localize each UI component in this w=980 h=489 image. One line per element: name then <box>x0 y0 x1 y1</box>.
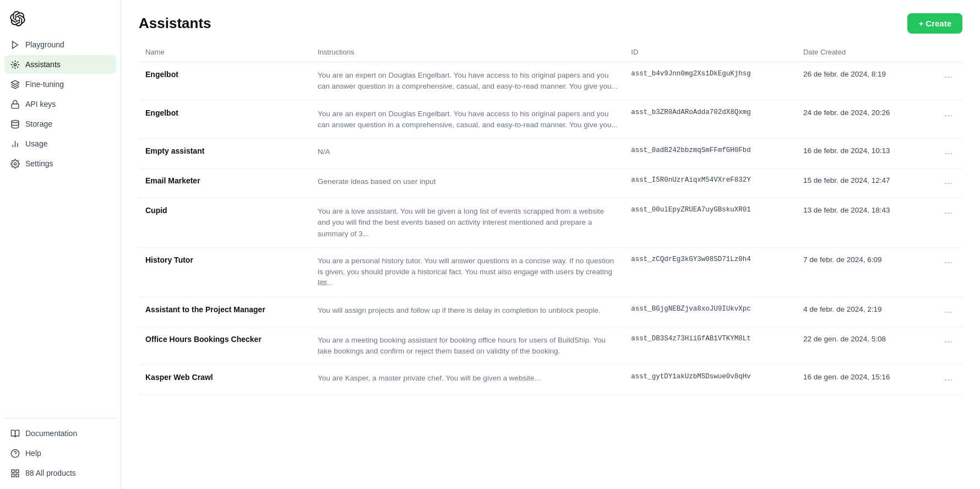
sidebar-item-label: Documentation <box>25 429 77 438</box>
cell-date: 22 de gen. de 2024, 5:08 <box>797 327 926 365</box>
row-more-button[interactable]: ··· <box>941 70 956 84</box>
page-title: Assistants <box>139 15 211 32</box>
col-instructions: Instructions <box>311 42 624 62</box>
col-actions <box>926 42 962 62</box>
sidebar-item-assistants[interactable]: Assistants <box>4 55 116 74</box>
cell-id: asst_0adB242bbzmqSmFFmfGH0Fbd <box>624 139 797 169</box>
sidebar-item-label: API keys <box>25 100 56 108</box>
row-more-button[interactable]: ··· <box>941 108 956 122</box>
cell-actions: ··· <box>926 62 962 101</box>
cell-instructions: You are an expert on Douglas Engelbart. … <box>311 62 624 101</box>
create-button[interactable]: + Create <box>907 13 962 34</box>
cell-name: Kasper Web Crawl <box>139 365 311 395</box>
cell-name: Office Hours Bookings Checker <box>139 327 311 365</box>
cell-name: Cupid <box>139 198 311 248</box>
cell-instructions: You are a meeting booking assistant for … <box>311 327 624 365</box>
logo <box>4 7 116 35</box>
storage-icon <box>10 119 20 129</box>
sidebar-item-label: Playground <box>25 40 64 49</box>
row-more-button[interactable]: ··· <box>941 146 956 160</box>
row-more-button[interactable]: ··· <box>941 373 956 387</box>
cell-id: asst_00ulEpyZRUEA7uyGBskuXR01 <box>624 198 797 248</box>
cell-id: asst_gytDY1akUzbMSDswue0v8qHv <box>624 365 797 395</box>
cell-actions: ··· <box>926 327 962 365</box>
cell-id: asst_b4v9Jnn0mg2Xs1DkEguKjhsg <box>624 62 797 101</box>
usage-icon <box>10 139 20 149</box>
col-name: Name <box>139 42 311 62</box>
cell-date: 13 de febr. de 2024, 18:43 <box>797 198 926 248</box>
svg-point-1 <box>14 63 16 66</box>
cell-id: asst_BGjgNEBZjva8xoJU9IUkvXpc <box>624 297 797 327</box>
cell-date: 7 de febr. de 2024, 6:09 <box>797 247 926 297</box>
sidebar-item-documentation[interactable]: Documentation <box>4 424 116 443</box>
table-row[interactable]: Engelbot You are an expert on Douglas En… <box>139 62 962 101</box>
cell-instructions: You are a love assistant. You will be gi… <box>311 198 624 248</box>
all-products-icon <box>10 468 20 478</box>
sidebar-item-usage[interactable]: Usage <box>4 134 116 153</box>
cell-actions: ··· <box>926 139 962 169</box>
table-body: Engelbot You are an expert on Douglas En… <box>139 62 962 395</box>
sidebar-nav: Playground Assistants Fine-tuning API ke… <box>4 35 116 414</box>
sidebar-item-playground[interactable]: Playground <box>4 35 116 54</box>
sidebar-item-label: Assistants <box>25 60 61 69</box>
row-more-button[interactable]: ··· <box>941 206 956 220</box>
table-row[interactable]: Assistant to the Project Manager You wil… <box>139 297 962 327</box>
cell-name: History Tutor <box>139 247 311 297</box>
sidebar-item-help[interactable]: Help <box>4 444 116 463</box>
assistants-table-container: Name Instructions ID Date Created Engelb… <box>121 42 980 489</box>
main-content: Assistants + Create Name Instructions ID… <box>121 0 980 489</box>
table-row[interactable]: Kasper Web Crawl You are Kasper, a maste… <box>139 365 962 395</box>
svg-point-7 <box>14 162 16 165</box>
cell-date: 4 de febr. de 2024, 2:19 <box>797 297 926 327</box>
cell-name: Assistant to the Project Manager <box>139 297 311 327</box>
cell-instructions: You will assign projects and follow up i… <box>311 297 624 327</box>
assistants-icon <box>10 59 20 69</box>
row-more-button[interactable]: ··· <box>941 335 956 349</box>
cell-id: asst_I5R0nUzrAiqxM54VXreF832Y <box>624 169 797 198</box>
table-row[interactable]: Office Hours Bookings Checker You are a … <box>139 327 962 365</box>
sidebar-item-settings[interactable]: Settings <box>4 154 116 173</box>
cell-name: Engelbot <box>139 62 311 101</box>
playground-icon <box>10 40 20 50</box>
sidebar-item-api-keys[interactable]: API keys <box>4 95 116 113</box>
svg-rect-12 <box>15 474 18 476</box>
cell-id: asst_b3ZR0AdARoAdda702dX8Qxmg <box>624 100 797 139</box>
cell-actions: ··· <box>926 169 962 198</box>
table-header: Name Instructions ID Date Created <box>139 42 962 62</box>
sidebar-item-label: Help <box>25 449 41 458</box>
cell-date: 26 de febr. de 2024, 8:19 <box>797 62 926 101</box>
cell-name: Empty assistant <box>139 139 311 169</box>
cell-date: 24 de febr. de 2024, 20:26 <box>797 100 926 139</box>
cell-actions: ··· <box>926 297 962 327</box>
svg-rect-2 <box>12 104 19 108</box>
table-row[interactable]: Email Marketer Generate ideas based on u… <box>139 169 962 198</box>
help-icon <box>10 448 20 458</box>
cell-date: 16 de febr. de 2024, 10:13 <box>797 139 926 169</box>
cell-id: asst_zCQdrEg3kGY3w08SD71Lz0h4 <box>624 247 797 297</box>
col-id: ID <box>624 42 797 62</box>
table-row[interactable]: Engelbot You are an expert on Douglas En… <box>139 100 962 139</box>
table-row[interactable]: Empty assistant N/A asst_0adB242bbzmqSmF… <box>139 139 962 169</box>
sidebar-item-all-products[interactable]: 88 All products <box>4 464 116 482</box>
sidebar-item-label: 88 All products <box>25 469 76 477</box>
svg-rect-10 <box>12 470 14 472</box>
page-header: Assistants + Create <box>121 0 980 42</box>
row-more-button[interactable]: ··· <box>941 256 956 269</box>
cell-actions: ··· <box>926 198 962 248</box>
row-more-button[interactable]: ··· <box>941 176 956 190</box>
cell-date: 16 de gen. de 2024, 15:16 <box>797 365 926 395</box>
cell-instructions: N/A <box>311 139 624 169</box>
sidebar-item-label: Usage <box>25 139 47 148</box>
svg-rect-11 <box>15 470 18 472</box>
cell-instructions: You are an expert on Douglas Engelbart. … <box>311 100 624 139</box>
sidebar-item-storage[interactable]: Storage <box>4 115 116 133</box>
table-row[interactable]: Cupid You are a love assistant. You will… <box>139 198 962 248</box>
row-more-button[interactable]: ··· <box>941 305 956 319</box>
cell-date: 15 de febr. de 2024, 12:47 <box>797 169 926 198</box>
sidebar-item-fine-tuning[interactable]: Fine-tuning <box>4 75 116 94</box>
svg-rect-13 <box>12 474 14 476</box>
table-row[interactable]: History Tutor You are a personal history… <box>139 247 962 297</box>
fine-tuning-icon <box>10 79 20 89</box>
cell-actions: ··· <box>926 365 962 395</box>
col-date: Date Created <box>797 42 926 62</box>
